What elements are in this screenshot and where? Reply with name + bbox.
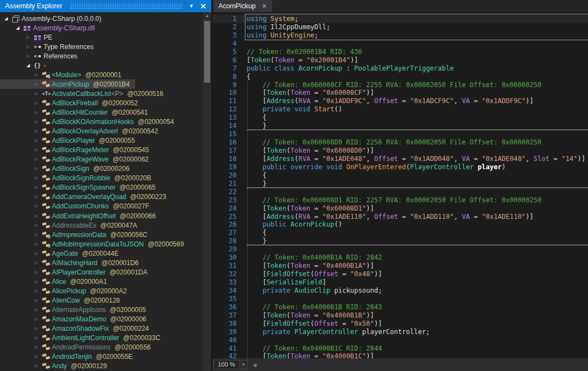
zoom-level-value[interactable]: 100 % (213, 360, 240, 369)
code-line[interactable]: 16 // Token: 0x060008D0 RID: 2256 RVA: 0… (212, 138, 588, 147)
horizontal-scrollbar[interactable]: ◀ (248, 358, 588, 371)
scrollbar-thumb[interactable] (204, 21, 210, 83)
expander-collapsed-icon[interactable]: ▷ (26, 35, 34, 40)
expander-collapsed-icon[interactable]: ▷ (35, 101, 42, 105)
code-line[interactable]: 38 [FieldOffset(Offset = "0x50")] (212, 320, 588, 328)
expander-collapsed-icon[interactable]: ▷ (35, 214, 42, 218)
code-line[interactable]: 8{ (212, 73, 588, 81)
tree-item[interactable]: ▷AddExtraHeightOffset@02000066 (0, 211, 161, 221)
expander-expanded-icon[interactable]: ◢ (4, 16, 12, 21)
tree-item[interactable]: ▷<Module>@02000001 (0, 70, 127, 79)
expander-collapsed-icon[interactable]: ▷ (35, 204, 42, 208)
code-line[interactable]: 35 (212, 295, 588, 303)
tree-item[interactable]: ▷AmazonMaxDemo@02000006 (0, 315, 152, 324)
expander-collapsed-icon[interactable]: ▷ (35, 223, 42, 228)
code-line[interactable]: 4 (212, 40, 588, 48)
expander-collapsed-icon[interactable]: ▷ (35, 166, 42, 171)
tree-item[interactable]: ◢{}- (0, 61, 51, 70)
tree-item[interactable]: ▷AlienCow@02000128 (0, 295, 125, 305)
scroll-left-arrow-icon[interactable]: ◀ (253, 362, 256, 368)
code-line[interactable]: 22 (212, 188, 588, 196)
code-line[interactable]: 37 [Token(Token = "0x4000B1B")] (212, 311, 588, 320)
expander-collapsed-icon[interactable]: ▷ (35, 298, 42, 303)
tree-item[interactable]: ◢Assembly-CSharp.dll (0, 23, 100, 33)
tree-item[interactable]: ▷AndroidPermissions@02000556 (0, 343, 156, 352)
code-view[interactable]: 1using System;2using Il2CppDummyDll;3usi… (212, 12, 588, 358)
tree-item[interactable]: ▷AIPlayerController@020001DA (0, 267, 153, 277)
code-line[interactable]: 13 { (212, 114, 588, 122)
expander-collapsed-icon[interactable]: ▷ (35, 261, 42, 265)
expander-collapsed-icon[interactable]: ▷ (35, 289, 42, 293)
expander-expanded-icon[interactable]: ◢ (16, 25, 23, 30)
code-line[interactable]: 18 [Address(RVA = "0x1ADE048", Offset = … (212, 155, 588, 163)
code-line[interactable]: 40 (212, 336, 588, 345)
expander-collapsed-icon[interactable]: ▷ (35, 176, 42, 180)
expander-collapsed-icon[interactable]: ▷ (35, 157, 42, 162)
code-line[interactable]: 7public class AcornPickup : PoolablePlay… (212, 64, 588, 73)
code-line[interactable]: 15 (212, 130, 588, 138)
tree-vertical-scrollbar[interactable]: ▲ (203, 12, 211, 371)
expander-collapsed-icon[interactable]: ▷ (35, 326, 42, 331)
expander-collapsed-icon[interactable]: ▷ (35, 110, 42, 115)
code-line[interactable]: 9 // Token: 0x060008CF RID: 2255 RVA: 0x… (212, 81, 588, 89)
tree-item[interactable]: ▷AIMachingHard@020001D6 (0, 258, 144, 267)
code-line[interactable]: 33 [SerializeField] (212, 278, 588, 287)
panel-close-icon[interactable]: ✕ (200, 2, 206, 10)
code-line[interactable]: 41 // Token: 0x04000B1C RID: 2844 (212, 345, 588, 353)
expander-collapsed-icon[interactable]: ▷ (35, 120, 42, 124)
code-line[interactable]: 10 [Token(Token = "0x60008CF")] (212, 89, 588, 97)
expander-collapsed-icon[interactable]: ▷ (35, 92, 42, 96)
tree-item[interactable]: ▷AddCustomChunks@0200027F (0, 202, 155, 211)
tree-item[interactable]: ▷Type References (0, 42, 99, 51)
tree-item[interactable]: ▷AmbientLightController@0200033C (0, 334, 166, 343)
expander-collapsed-icon[interactable]: ▷ (35, 233, 42, 237)
tree-item[interactable]: ▷AdBlockOverlayAdvert@02000542 (0, 127, 164, 136)
tree-item[interactable]: ▷AdBlockRageMeter@02000545 (0, 146, 154, 155)
code-line[interactable]: 28 } (212, 237, 588, 245)
tree-item[interactable]: ▷Alice@020000A1 (0, 277, 113, 286)
expander-collapsed-icon[interactable]: ▷ (35, 336, 42, 340)
tree-item[interactable]: ▷AndroidTenjin@0200055E (0, 352, 138, 362)
tree-item[interactable]: ▷AdBlockHitCounter@02000541 (0, 107, 153, 117)
expander-collapsed-icon[interactable]: ▷ (35, 82, 42, 87)
expander-collapsed-icon[interactable]: ▷ (35, 73, 42, 77)
expander-collapsed-icon[interactable]: ▷ (35, 270, 42, 275)
zoom-control[interactable]: 100 % ▾ (213, 360, 248, 369)
tree-item[interactable]: ▷AcornPickup@020001B4 (0, 79, 135, 89)
tree-item[interactable]: ▷AdMobImpressionDataToJSON@02000569 (0, 239, 189, 249)
tree-item[interactable]: ▷AdBlockSignSpawner@02000065 (0, 183, 161, 192)
code-line[interactable]: 19 public override void OnPlayerEntered(… (212, 163, 588, 171)
expander-collapsed-icon[interactable]: ▷ (35, 129, 42, 133)
tree-item[interactable]: ▷AlternateAppIcons@02000005 (0, 305, 152, 314)
expander-collapsed-icon[interactable]: ▷ (35, 317, 42, 321)
code-line[interactable]: 12 private void Start() (212, 105, 588, 114)
code-line[interactable]: 17 [Token(Token = "0x60008D0")] (212, 147, 588, 155)
expander-collapsed-icon[interactable]: ▷ (35, 279, 42, 284)
expander-collapsed-icon[interactable]: ▷ (35, 195, 42, 199)
tree-item[interactable]: ▷AddressableEx@0200047A (0, 221, 143, 230)
expander-collapsed-icon[interactable]: ▷ (35, 138, 42, 143)
code-line[interactable]: 30 // Token: 0x04000B1A RID: 2842 (212, 254, 588, 262)
assembly-explorer-titlebar[interactable]: Assembly Explorer ▼ ✕ (0, 0, 211, 12)
tree-item[interactable]: ▷PE (0, 33, 58, 42)
tab-close-icon[interactable]: ✕ (261, 3, 266, 10)
expander-collapsed-icon[interactable]: ▷ (35, 354, 42, 359)
code-line[interactable]: 26 public AcornPickup() (212, 221, 588, 229)
tree-item[interactable]: ▷AlicePickup@020000A2 (0, 286, 132, 295)
code-line[interactable]: 36 // Token: 0x04000B1B RID: 2843 (212, 303, 588, 311)
expander-collapsed-icon[interactable]: ▷ (35, 242, 42, 246)
expander-collapsed-icon[interactable]: ▷ (26, 54, 34, 58)
tree-item[interactable]: ▷Andy@02000129 (0, 362, 113, 371)
code-line[interactable]: 5// Token: 0x020001B4 RID: 436 (212, 48, 588, 56)
code-line[interactable]: 6[Token(Token = "0x20001B4")] (212, 56, 588, 64)
tree-item[interactable]: ▷AdBlockSign@02000206 (0, 164, 135, 174)
code-line[interactable]: 14 } (212, 122, 588, 130)
tree-item[interactable]: ▷AdBlockPlayer@02000055 (0, 136, 141, 146)
code-line[interactable]: 21 } (212, 180, 588, 188)
expander-collapsed-icon[interactable]: ▷ (35, 148, 42, 152)
expander-collapsed-icon[interactable]: ▷ (35, 345, 42, 350)
expander-collapsed-icon[interactable]: ▷ (26, 45, 34, 49)
tree-item[interactable]: ◢Assembly-CSharp (0.0.0.0) (0, 14, 107, 23)
code-line[interactable]: 11 [Address(RVA = "0x1ADDF9C", Offset = … (212, 97, 588, 105)
tree-item[interactable]: ▷AdBlockKOAnimationHooks@02000054 (0, 117, 179, 127)
